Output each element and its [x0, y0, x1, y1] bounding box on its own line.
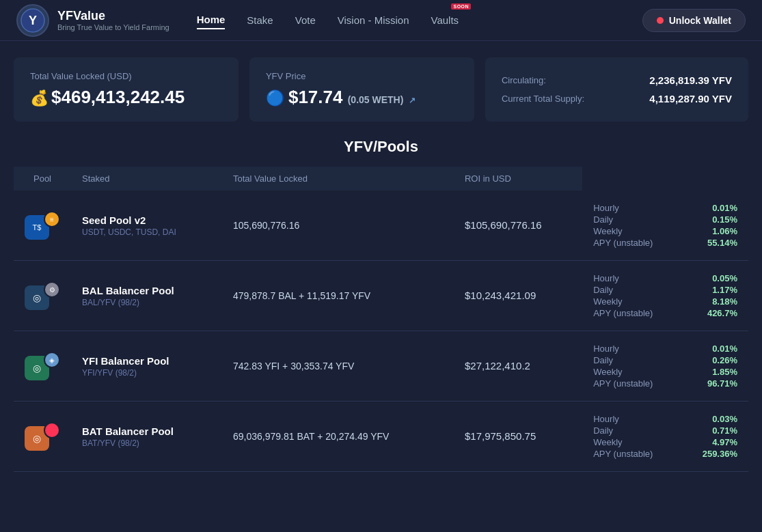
app-name: YFValue: [57, 9, 169, 23]
pool-tvl-value: $27,122,410.2: [465, 360, 530, 372]
pool-staked-value: 105,690,776.16: [233, 220, 299, 231]
pool-tvl-cell: $10,243,421.09: [454, 261, 582, 331]
logo-icon: Y: [16, 4, 49, 37]
pool-name-cell: Seed Pool v2 USDT, USDC, TUSD, DAI: [71, 191, 222, 261]
roi-label: APY (unstable): [593, 449, 691, 459]
pool-name: BAT Balancer Pool: [82, 425, 211, 437]
circulating-value: 2,236,819.39 YFV: [649, 74, 732, 86]
tvl-value: 💰$469,413,242.45: [30, 87, 222, 108]
roi-label: APY (unstable): [593, 378, 696, 389]
total-supply-value: 4,119,287.90 YFV: [649, 93, 732, 104]
pools-table: Pool Staked Total Value Locked ROI in US…: [14, 167, 748, 472]
external-link-icon[interactable]: ↗: [409, 96, 416, 105]
svg-text:Y: Y: [29, 14, 37, 27]
pool-roi-grid: Hourly 0.01%Daily 0.15%Weekly 1.06%APY (…: [593, 203, 737, 248]
roi-value: 1.85%: [707, 367, 737, 377]
logo-area: Y YFValue Bring True Value to Yield Farm…: [16, 4, 169, 37]
roi-label: Daily: [593, 425, 691, 436]
col-tvl: Total Value Locked: [222, 167, 454, 191]
roi-value: 0.71%: [703, 425, 737, 436]
circulating-label: Circulating:: [502, 75, 546, 85]
roi-label: Weekly: [593, 437, 691, 447]
pool-roi-cell: Hourly 0.03%Daily 0.71%Weekly 4.97%APY (…: [582, 402, 748, 472]
roi-label: APY (unstable): [593, 238, 696, 248]
pool-icon-secondary: ⚙: [44, 281, 60, 298]
roi-value: 55.14%: [707, 238, 737, 248]
pool-staked-value: 479,878.7 BAL + 11,519.17 YFV: [233, 290, 370, 301]
pool-icon-secondary: ▲: [44, 422, 60, 438]
nav-item-home[interactable]: Home: [197, 11, 226, 29]
roi-label: Daily: [593, 214, 696, 225]
pool-subtitle: BAL/YFV (98/2): [82, 298, 211, 307]
pool-staked-value: 742.83 YFI + 30,353.74 YFV: [233, 361, 354, 372]
unlock-wallet-label: Unlock Wallet: [669, 15, 731, 26]
pool-icon-cell: ◎ ▲: [14, 402, 71, 472]
yfv-coin-icon: 🔵: [266, 89, 284, 107]
pool-icon-cell: T$ ≡: [14, 191, 71, 261]
roi-value: 8.18%: [707, 296, 737, 307]
main-nav: Home Stake Vote Vision - Mission Vaults …: [197, 11, 642, 29]
roi-label: Daily: [593, 285, 696, 295]
roi-value: 0.15%: [707, 214, 737, 225]
col-pool: Pool: [14, 167, 71, 191]
pool-name: YFI Balancer Pool: [82, 355, 211, 367]
pool-staked-cell: 479,878.7 BAL + 11,519.17 YFV: [222, 261, 454, 331]
yfv-price-value: 🔵$17.74 (0.05 WETH) ↗: [266, 87, 458, 108]
pool-roi-grid: Hourly 0.05%Daily 1.17%Weekly 8.18%APY (…: [593, 273, 737, 318]
pool-name: BAL Balancer Pool: [82, 285, 211, 296]
table-row[interactable]: T$ ≡ Seed Pool v2 USDT, USDC, TUSD, DAI …: [14, 191, 748, 261]
pool-subtitle: USDT, USDC, TUSD, DAI: [82, 227, 211, 237]
yfv-price-label: YFV Price: [266, 71, 458, 81]
pool-name-cell: BAL Balancer Pool BAL/YFV (98/2): [71, 261, 222, 331]
pool-roi-cell: Hourly 0.01%Daily 0.26%Weekly 1.85%APY (…: [582, 331, 748, 402]
table-row[interactable]: ◎ ▲ BAT Balancer Pool BAT/YFV (98/2) 69,…: [14, 402, 748, 472]
supply-card: Circulating: 2,236,819.39 YFV Current To…: [485, 57, 748, 122]
col-staked: Staked: [71, 167, 222, 191]
pool-icon-cell: ◎ ⚙: [14, 261, 71, 331]
circulating-row: Circulating: 2,236,819.39 YFV: [502, 74, 732, 86]
pools-title: YFV/Pools: [14, 138, 748, 156]
pool-icon-wrapper: ◎ ⚙: [25, 281, 60, 310]
yfv-price-weth: (0.05 WETH) ↗: [348, 94, 416, 105]
nav-item-vaults[interactable]: Vaults SOON: [431, 12, 459, 29]
col-roi: ROI in USD: [454, 167, 582, 191]
nav-item-vision-mission[interactable]: Vision - Mission: [338, 12, 409, 29]
pool-icon-wrapper: ◎ ◈: [25, 352, 60, 380]
app-tagline: Bring True Value to Yield Farming: [57, 23, 169, 31]
unlock-wallet-button[interactable]: Unlock Wallet: [642, 9, 746, 32]
tvl-label: Total Value Locked (USD): [30, 71, 222, 81]
pool-roi-cell: Hourly 0.05%Daily 1.17%Weekly 8.18%APY (…: [582, 261, 748, 331]
pool-staked-cell: 105,690,776.16: [222, 191, 454, 261]
pool-subtitle: YFI/YFV (98/2): [82, 368, 211, 378]
roi-value: 0.01%: [707, 344, 737, 354]
table-header-row: Pool Staked Total Value Locked ROI in US…: [14, 167, 748, 191]
roi-value: 1.06%: [707, 226, 737, 236]
pool-name-cell: BAT Balancer Pool BAT/YFV (98/2): [71, 402, 222, 472]
roi-value: 0.03%: [703, 414, 737, 424]
roi-label: APY (unstable): [593, 308, 696, 318]
roi-label: Hourly: [593, 344, 696, 354]
roi-value: 426.7%: [707, 308, 737, 318]
pool-tvl-value: $17,975,850.75: [465, 430, 536, 442]
roi-value: 1.17%: [707, 285, 737, 295]
roi-value: 259.36%: [703, 449, 737, 459]
table-row[interactable]: ◎ ⚙ BAL Balancer Pool BAL/YFV (98/2) 479…: [14, 261, 748, 331]
nav-item-vote[interactable]: Vote: [295, 12, 316, 29]
table-row[interactable]: ◎ ◈ YFI Balancer Pool YFI/YFV (98/2) 742…: [14, 331, 748, 402]
total-supply-label: Current Total Supply:: [502, 94, 584, 104]
roi-label: Hourly: [593, 203, 696, 213]
tvl-emoji: 💰: [30, 89, 49, 107]
soon-badge: SOON: [451, 3, 471, 10]
pool-tvl-value: $105,690,776.16: [465, 219, 542, 231]
pool-staked-value: 69,036,979.81 BAT + 20,274.49 YFV: [233, 431, 389, 442]
pool-icon-secondary: ≡: [44, 211, 60, 227]
pool-staked-cell: 742.83 YFI + 30,353.74 YFV: [222, 331, 454, 402]
pool-icon-cell: ◎ ◈: [14, 331, 71, 402]
roi-label: Hourly: [593, 414, 691, 424]
pool-roi-grid: Hourly 0.03%Daily 0.71%Weekly 4.97%APY (…: [593, 414, 737, 459]
pool-icon-wrapper: T$ ≡: [25, 211, 60, 240]
nav-item-stake[interactable]: Stake: [247, 12, 273, 29]
pool-tvl-cell: $27,122,410.2: [454, 331, 582, 402]
pool-roi-cell: Hourly 0.01%Daily 0.15%Weekly 1.06%APY (…: [582, 191, 748, 261]
roi-label: Weekly: [593, 226, 696, 236]
